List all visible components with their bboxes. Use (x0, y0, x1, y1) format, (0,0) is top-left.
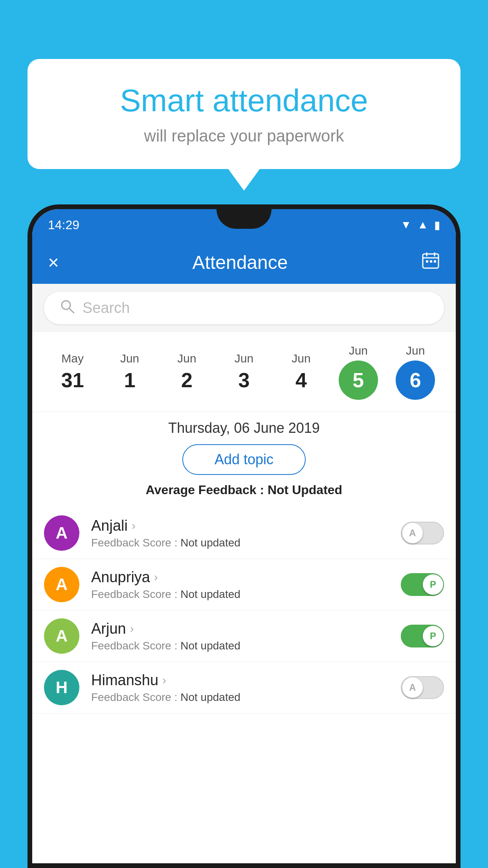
avg-feedback-value: Not Updated (268, 483, 342, 497)
svg-rect-5 (430, 260, 432, 263)
toggle-himanshu[interactable]: A (401, 676, 444, 699)
battery-icon: ▮ (434, 219, 440, 232)
status-icons: ▼ ▲ ▮ (401, 219, 440, 232)
selected-date-section: Thursday, 06 June 2019 Add topic Average… (32, 412, 456, 508)
student-name-anjali: Anjali › (91, 517, 401, 534)
search-icon (60, 299, 75, 317)
student-name-arjun: Arjun › (91, 620, 401, 637)
feedback-score-anjali: Feedback Score : Not updated (91, 537, 401, 549)
avg-feedback-text: Average Feedback : Not Updated (44, 483, 444, 497)
date-picker: May 31 Jun 1 Jun 2 Jun 3 Jun 4 (32, 332, 456, 412)
speech-bubble-subtitle: will replace your paperwork (59, 127, 429, 145)
close-icon[interactable]: × (48, 252, 59, 273)
avatar-anjali: A (44, 515, 79, 551)
date-jun2[interactable]: Jun 2 (158, 348, 215, 396)
avatar-anupriya: A (44, 567, 79, 602)
status-time: 14:29 (48, 218, 79, 232)
speech-bubble-tail (228, 169, 260, 191)
app-bar-title: Attendance (193, 252, 288, 273)
feedback-score-himanshu: Feedback Score : Not updated (91, 691, 401, 704)
student-item-himanshu[interactable]: H Himanshu › Feedback Score : Not update… (32, 662, 456, 714)
date-jun1[interactable]: Jun 1 (101, 348, 158, 396)
wifi-icon: ▼ (401, 219, 412, 231)
student-name-anupriya: Anupriya › (91, 569, 401, 586)
student-item-anjali[interactable]: A Anjali › Feedback Score : Not updated … (32, 508, 456, 559)
date-jun4[interactable]: Jun 4 (273, 348, 330, 396)
chevron-icon: › (132, 519, 136, 532)
student-info-anupriya: Anupriya › Feedback Score : Not updated (91, 569, 401, 601)
toggle-anjali[interactable]: A (401, 522, 444, 544)
speech-bubble-section: Smart attendance will replace your paper… (28, 59, 460, 191)
toggle-anupriya[interactable]: P (401, 573, 444, 596)
svg-rect-6 (434, 260, 436, 263)
date-jun3[interactable]: Jun 3 (215, 348, 272, 396)
student-item-anupriya[interactable]: A Anupriya › Feedback Score : Not update… (32, 559, 456, 611)
date-jun6[interactable]: Jun 6 (387, 340, 444, 404)
feedback-score-anupriya: Feedback Score : Not updated (91, 588, 401, 601)
search-placeholder: Search (83, 300, 130, 316)
svg-line-8 (70, 309, 74, 313)
date-may31[interactable]: May 31 (44, 348, 101, 396)
student-info-anjali: Anjali › Feedback Score : Not updated (91, 517, 401, 549)
chevron-icon: › (154, 570, 158, 584)
feedback-score-arjun: Feedback Score : Not updated (91, 640, 401, 652)
student-item-arjun[interactable]: A Arjun › Feedback Score : Not updated P (32, 611, 456, 662)
toggle-arjun[interactable]: P (401, 625, 444, 647)
student-info-arjun: Arjun › Feedback Score : Not updated (91, 620, 401, 652)
svg-rect-4 (426, 260, 428, 263)
svg-point-7 (62, 301, 70, 309)
status-bar: 14:29 ▼ ▲ ▮ (32, 209, 456, 241)
phone-screen: 14:29 ▼ ▲ ▮ × Attendance (32, 209, 456, 863)
chevron-icon: › (130, 622, 134, 635)
student-name-himanshu: Himanshu › (91, 672, 401, 689)
app-bar: × Attendance (32, 241, 456, 284)
selected-date-text: Thursday, 06 June 2019 (44, 420, 444, 436)
chevron-icon: › (162, 673, 166, 687)
avatar-himanshu: H (44, 670, 79, 705)
search-container: Search (32, 284, 456, 332)
signal-icon: ▲ (417, 219, 428, 231)
speech-bubble-title: Smart attendance (59, 83, 429, 119)
date-jun5[interactable]: Jun 5 (330, 340, 387, 404)
notch (216, 209, 272, 229)
speech-bubble: Smart attendance will replace your paper… (28, 59, 460, 169)
student-list: A Anjali › Feedback Score : Not updated … (32, 508, 456, 714)
avg-feedback-label: Average Feedback : (146, 483, 268, 497)
calendar-icon[interactable] (421, 251, 440, 274)
search-bar[interactable]: Search (44, 292, 444, 324)
phone-frame: 14:29 ▼ ▲ ▮ × Attendance (28, 204, 460, 868)
student-info-himanshu: Himanshu › Feedback Score : Not updated (91, 672, 401, 704)
add-topic-button[interactable]: Add topic (182, 444, 306, 475)
avatar-arjun: A (44, 618, 79, 654)
